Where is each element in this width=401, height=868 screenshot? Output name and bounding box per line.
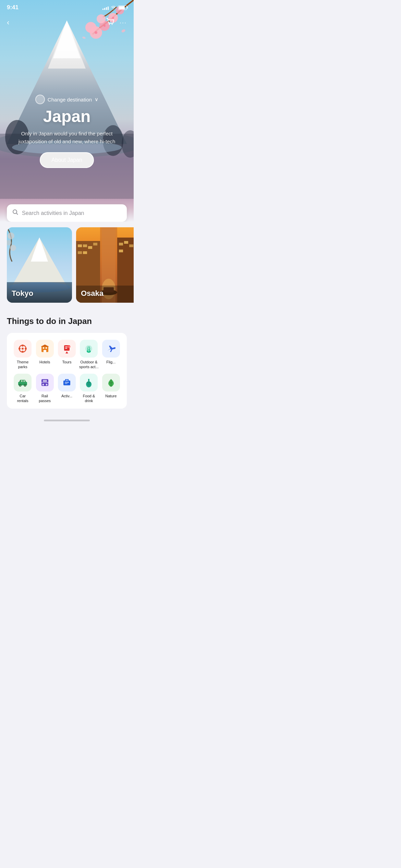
category-label-activities: Activ... bbox=[61, 394, 72, 398]
theme-parks-icon-wrap bbox=[14, 340, 32, 358]
svg-rect-43 bbox=[78, 251, 82, 254]
svg-rect-46 bbox=[119, 243, 123, 245]
status-time: 9:41 bbox=[7, 4, 19, 11]
flights-icon-wrap bbox=[102, 340, 120, 358]
svg-point-30 bbox=[8, 232, 14, 239]
svg-marker-69 bbox=[41, 345, 49, 347]
category-label-car-rentals: Carrentals bbox=[17, 394, 28, 403]
category-nature[interactable]: Nature bbox=[101, 374, 121, 403]
city-name-tokyo: Tokyo bbox=[12, 289, 33, 298]
svg-point-22 bbox=[111, 24, 112, 25]
svg-point-81 bbox=[20, 385, 21, 386]
change-destination-button[interactable]: Change destination ∨ bbox=[35, 95, 98, 104]
back-button[interactable]: ‹ bbox=[7, 18, 9, 27]
city-name-osaka: Osaka bbox=[81, 289, 104, 298]
battery-icon bbox=[118, 5, 127, 10]
svg-point-62 bbox=[19, 348, 21, 350]
category-label-flights: Flig... bbox=[106, 360, 116, 364]
category-theme-parks[interactable]: Themeparks bbox=[12, 340, 33, 370]
hero-content: Change destination ∨ Japan Only in Japan… bbox=[0, 95, 134, 168]
svg-point-32 bbox=[10, 245, 16, 251]
rail-icon-wrap bbox=[36, 374, 54, 391]
svg-point-87 bbox=[42, 384, 44, 385]
svg-rect-84 bbox=[23, 380, 25, 382]
things-section: Things to do in Japan Themeparks bbox=[0, 308, 134, 414]
svg-point-95 bbox=[87, 383, 90, 386]
svg-rect-83 bbox=[21, 380, 23, 382]
category-food[interactable]: Food &drink bbox=[78, 374, 99, 403]
activities-icon-wrap bbox=[58, 374, 76, 391]
category-label-theme-parks: Themeparks bbox=[17, 360, 28, 370]
svg-point-60 bbox=[22, 345, 24, 347]
outdoor-icon-wrap bbox=[80, 340, 98, 358]
category-label-hotels: Hotels bbox=[39, 360, 50, 364]
svg-text:★: ★ bbox=[68, 346, 70, 348]
category-label-food: Food &drink bbox=[83, 394, 95, 403]
svg-rect-68 bbox=[44, 350, 46, 352]
svg-point-82 bbox=[25, 385, 26, 386]
svg-point-20 bbox=[82, 36, 86, 39]
svg-rect-73 bbox=[65, 348, 67, 349]
nav-actions: ··· bbox=[106, 18, 127, 27]
food-icon-wrap bbox=[80, 374, 98, 391]
svg-rect-40 bbox=[83, 244, 87, 247]
nav-bar: ‹ ··· bbox=[0, 15, 134, 30]
about-button[interactable]: About Japan bbox=[40, 152, 94, 168]
svg-point-88 bbox=[46, 384, 47, 385]
svg-point-21 bbox=[109, 24, 110, 25]
category-label-tours: Tours bbox=[62, 360, 72, 364]
svg-rect-39 bbox=[78, 244, 82, 247]
change-destination-label: Change destination bbox=[48, 97, 92, 103]
svg-rect-44 bbox=[83, 251, 87, 254]
svg-rect-42 bbox=[93, 243, 97, 245]
search-placeholder[interactable]: Search activities in Japan bbox=[22, 210, 84, 216]
signal-icon bbox=[102, 5, 109, 10]
svg-rect-86 bbox=[41, 382, 48, 383]
cities-scroll: Tokyo bbox=[7, 227, 134, 308]
search-section: Search activities in Japan bbox=[0, 199, 134, 222]
svg-rect-48 bbox=[129, 244, 133, 247]
city-card-osaka[interactable]: Osaka bbox=[76, 227, 134, 303]
svg-rect-89 bbox=[43, 380, 47, 382]
svg-rect-47 bbox=[124, 241, 128, 244]
svg-rect-41 bbox=[88, 246, 92, 249]
hero-section: 9:41 ‹ bbox=[0, 0, 134, 199]
status-bar: 9:41 bbox=[0, 0, 134, 15]
category-label-rail: Railpasses bbox=[39, 394, 51, 403]
more-options-icon[interactable]: ··· bbox=[120, 19, 127, 26]
hotels-icon-wrap bbox=[36, 340, 54, 358]
destination-dot bbox=[35, 95, 45, 104]
category-tours[interactable]: ★ Tours bbox=[57, 340, 77, 370]
category-outdoor[interactable]: Outdoor &sports act... bbox=[78, 340, 99, 370]
category-flights[interactable]: Flig... bbox=[101, 340, 121, 370]
hero-title: Japan bbox=[7, 107, 127, 126]
categories-grid-row1: Themeparks Hotels bbox=[12, 340, 121, 370]
category-label-nature: Nature bbox=[105, 394, 117, 398]
tours-icon-wrap: ★ bbox=[58, 340, 76, 358]
home-indicator bbox=[44, 420, 90, 421]
svg-point-64 bbox=[22, 348, 24, 350]
hero-description: Only in Japan would you find the perfect… bbox=[7, 130, 127, 145]
svg-marker-71 bbox=[65, 351, 68, 353]
wifi-icon bbox=[111, 5, 116, 10]
cart-icon[interactable] bbox=[106, 18, 114, 27]
category-activities[interactable]: Activ... bbox=[57, 374, 77, 403]
cities-section: Tokyo bbox=[0, 222, 134, 308]
svg-rect-92 bbox=[65, 383, 68, 384]
things-title: Things to do in Japan bbox=[7, 316, 127, 326]
categories-grid-row2: Carrentals Railpasses bbox=[12, 374, 121, 406]
city-card-tokyo[interactable]: Tokyo bbox=[7, 227, 72, 303]
chevron-down-icon: ∨ bbox=[95, 96, 98, 103]
category-rail[interactable]: Railpasses bbox=[34, 374, 55, 403]
category-hotels[interactable]: Hotels bbox=[34, 340, 55, 370]
status-icons bbox=[102, 5, 127, 10]
svg-rect-90 bbox=[63, 381, 70, 385]
home-indicator-area bbox=[0, 414, 134, 427]
search-icon bbox=[12, 209, 19, 217]
svg-point-61 bbox=[22, 351, 24, 353]
car-icon-wrap bbox=[14, 374, 32, 391]
category-car-rentals[interactable]: Carrentals bbox=[12, 374, 33, 403]
svg-rect-91 bbox=[65, 382, 69, 383]
search-bar[interactable]: Search activities in Japan bbox=[7, 204, 127, 222]
svg-point-63 bbox=[25, 348, 27, 350]
